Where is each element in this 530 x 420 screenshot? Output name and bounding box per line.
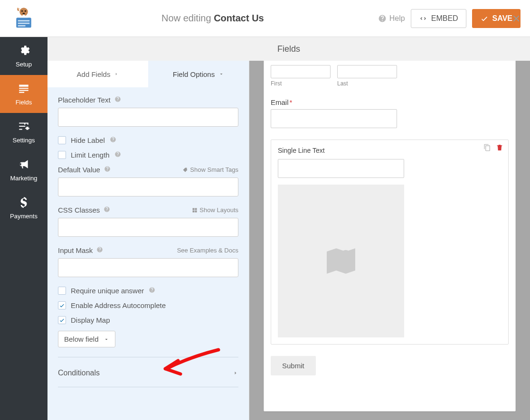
show-layouts-link[interactable]: Show Layouts (192, 206, 238, 214)
row-hide-label[interactable]: Hide Label (58, 136, 238, 144)
hide-label-checkbox[interactable] (58, 136, 66, 144)
help-icon[interactable] (114, 151, 121, 159)
code-icon (419, 14, 427, 23)
row-enable-address[interactable]: Enable Address Autocomplete (58, 301, 238, 309)
enable-address-checkbox[interactable] (58, 301, 66, 309)
grid-icon (192, 207, 198, 213)
sidebar-label: Fields (16, 99, 32, 106)
row-display-map[interactable]: Display Map (58, 316, 238, 324)
sidebar-item-marketing[interactable]: Marketing (0, 151, 47, 189)
svg-point-2 (25, 10, 27, 12)
chevron-down-icon (218, 71, 224, 77)
help-icon[interactable] (149, 287, 155, 295)
sidebar-item-settings[interactable]: Settings (0, 113, 47, 151)
require-unique-checkbox[interactable] (58, 287, 66, 295)
close-icon (511, 13, 521, 24)
editing-prefix: Now editing (161, 13, 211, 23)
header-title: Now editing Contact Us (47, 13, 378, 24)
help-icon[interactable] (104, 206, 110, 214)
display-map-checkbox[interactable] (58, 316, 66, 324)
copy-icon (483, 144, 491, 151)
placeholder-text-input[interactable] (58, 108, 238, 127)
help-link[interactable]: Help (378, 14, 405, 23)
form-icon (18, 82, 30, 96)
help-icon[interactable] (110, 136, 116, 144)
bullhorn-icon (18, 158, 30, 172)
tab-label: Field Options (173, 70, 215, 78)
preview-panel: First Last Email * (249, 61, 530, 420)
submit-label: Submit (282, 362, 304, 370)
conditionals-row[interactable]: Conditionals (58, 367, 238, 382)
section-divider (58, 357, 238, 357)
svg-point-3 (22, 12, 25, 14)
options-panel: Add Fields Field Options Placeholder Tex… (47, 61, 249, 420)
first-name-input[interactable] (271, 65, 331, 78)
trash-icon (496, 144, 503, 151)
main-area: Setup Fields Settings Marketing Payments… (0, 37, 530, 420)
svg-rect-6 (18, 22, 30, 24)
chevron-down-icon (104, 336, 109, 342)
map-position-select[interactable]: Below field (58, 331, 115, 347)
svg-rect-5 (18, 20, 30, 21)
embed-label: EMBED (431, 14, 458, 23)
first-sublabel: First (271, 80, 331, 87)
row-limit-length[interactable]: Limit Length (58, 151, 238, 159)
row-placeholder-text: Placeholder Text (58, 96, 238, 127)
sidebar-item-fields[interactable]: Fields (0, 75, 47, 113)
display-map-label: Display Map (71, 316, 110, 324)
tab-add-fields[interactable]: Add Fields (47, 61, 148, 87)
help-icon[interactable] (96, 246, 103, 254)
svg-rect-7 (18, 25, 26, 27)
default-value-input[interactable] (58, 177, 238, 196)
email-input[interactable] (271, 109, 397, 128)
help-icon[interactable] (114, 96, 121, 104)
sidebar-label: Settings (13, 137, 35, 144)
hide-label-label: Hide Label (71, 136, 105, 144)
delete-button[interactable] (496, 144, 503, 153)
wpforms-logo-icon (10, 5, 37, 32)
see-examples-link[interactable]: See Examples & Docs (177, 247, 238, 254)
embed-button[interactable]: EMBED (411, 9, 466, 28)
area-title: Fields (47, 37, 530, 61)
placeholder-text-label: Placeholder Text (58, 96, 111, 104)
columns: Add Fields Field Options Placeholder Tex… (47, 61, 530, 420)
duplicate-button[interactable] (483, 144, 491, 153)
left-sidebar: Setup Fields Settings Marketing Payments (0, 37, 47, 420)
dollar-icon (18, 196, 30, 210)
default-value-label: Default Value (58, 166, 100, 174)
selected-field-block[interactable]: Single Line Text (271, 140, 509, 345)
email-label: Email (271, 98, 289, 106)
help-icon (378, 14, 387, 23)
gear-icon (18, 44, 30, 58)
last-name-input[interactable] (337, 65, 397, 78)
show-smart-tags-link[interactable]: Show Smart Tags (182, 166, 238, 173)
tab-field-options[interactable]: Field Options (148, 61, 249, 87)
required-star: * (290, 98, 293, 106)
sliders-icon (18, 120, 30, 134)
app-logo (0, 0, 47, 37)
help-icon[interactable] (104, 166, 111, 174)
row-input-mask: Input Mask See Examples & Docs (58, 246, 238, 277)
tag-icon (182, 167, 188, 173)
row-require-unique[interactable]: Require unique answer (58, 287, 238, 295)
enable-address-label: Enable Address Autocomplete (71, 301, 166, 309)
option-body: Placeholder Text Hide Label Limit (47, 87, 249, 420)
limit-length-checkbox[interactable] (58, 151, 66, 159)
last-sublabel: Last (337, 80, 397, 87)
row-default-value: Default Value Show Smart Tags (58, 166, 238, 196)
css-classes-input[interactable] (58, 218, 238, 237)
limit-length-label: Limit Length (71, 151, 110, 159)
top-header: Now editing Contact Us Help EMBED SAVE (0, 0, 530, 37)
input-mask-input[interactable] (58, 258, 238, 277)
check-icon (480, 14, 489, 23)
tab-label: Add Fields (77, 70, 111, 78)
close-button[interactable] (502, 0, 530, 37)
sidebar-item-payments[interactable]: Payments (0, 189, 47, 227)
input-mask-label: Input Mask (58, 246, 93, 254)
sidebar-item-setup[interactable]: Setup (0, 37, 47, 75)
name-field-row: First Last (271, 65, 509, 87)
section-divider (58, 387, 238, 387)
sidebar-label: Marketing (10, 175, 37, 182)
submit-button[interactable]: Submit (271, 356, 316, 375)
single-line-text-input[interactable] (278, 159, 404, 178)
